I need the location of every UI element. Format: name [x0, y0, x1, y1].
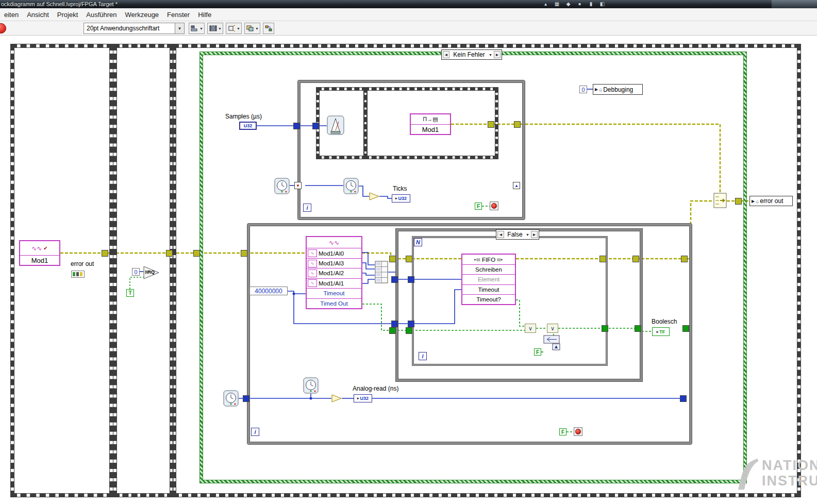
tunnel[interactable]: [635, 325, 641, 332]
tunnel[interactable]: [389, 327, 396, 334]
fifo-element-row[interactable]: Element: [462, 274, 515, 284]
chevron-down-icon[interactable]: ▼: [199, 27, 203, 30]
loop-timer-icon[interactable]: [274, 178, 290, 194]
or-gate[interactable]: ∨: [547, 324, 558, 333]
debug-constant[interactable]: 0: [579, 86, 587, 93]
tunnel[interactable]: [408, 321, 414, 327]
tray-icon[interactable]: ●: [576, 1, 583, 7]
fifo-timeout-row[interactable]: Timeout: [462, 284, 515, 294]
false-constant[interactable]: F: [475, 203, 482, 210]
tunnel[interactable]: [293, 123, 300, 129]
abort-button[interactable]: [0, 23, 6, 33]
tray-icon[interactable]: ▮: [588, 1, 594, 7]
case-prev-icon[interactable]: ◄: [497, 231, 504, 238]
menu-item-hilfe[interactable]: Hilfe: [194, 8, 215, 21]
menu-item-projekt[interactable]: Projekt: [53, 8, 82, 21]
or-gate[interactable]: ∨: [525, 324, 536, 333]
io-timed-out-row[interactable]: Timed Out: [307, 298, 361, 308]
merge-errors-node[interactable]: [713, 193, 727, 208]
coerce-triangle-icon[interactable]: [369, 192, 379, 200]
fifo-write-node[interactable]: ▸▤ FIFO ▤▸ Schreiben Element Timeout Tim…: [461, 254, 516, 305]
tray-icon[interactable]: ◆: [565, 1, 572, 7]
metronome-timer-icon[interactable]: [327, 115, 344, 135]
case-next-icon[interactable]: ►: [494, 51, 501, 58]
iteration-terminal[interactable]: i: [303, 204, 311, 212]
case-prev-icon[interactable]: ◄: [443, 51, 449, 58]
count-terminal[interactable]: N: [414, 238, 422, 246]
io-channel-row[interactable]: ∿ Mod1/AI1: [307, 278, 361, 288]
io-timeout-row[interactable]: Timeout: [307, 288, 361, 298]
align-objects-button[interactable]: ▼: [189, 23, 205, 34]
iteration-terminal[interactable]: i: [251, 428, 259, 436]
ticks-indicator-terminal[interactable]: ▸ U32: [392, 194, 410, 203]
menu-item-fenster[interactable]: Fenster: [163, 8, 194, 21]
chevron-down-icon[interactable]: ▼: [237, 27, 240, 30]
tunnel-up-arrow[interactable]: ▲: [513, 182, 520, 189]
block-diagram[interactable]: ∿∿ ✔ Mod1 error out 0 !IRQ T ◄ Kein Fehl…: [0, 35, 817, 504]
resize-objects-button[interactable]: ▼: [226, 23, 242, 34]
error-out-indicator[interactable]: ▶ ⌂ error out: [749, 196, 793, 206]
tunnel[interactable]: [735, 198, 742, 205]
cleanup-diagram-button[interactable]: [263, 23, 274, 34]
tunnel[interactable]: [488, 121, 494, 128]
analog-input-io-node[interactable]: ∿∿ ∿ Mod1/AI0 ∿ Mod1/AI3 ∿ Mod1/AI2 ∿ Mo…: [306, 236, 362, 309]
analog-read-indicator-terminal[interactable]: ▸ U32: [354, 394, 372, 402]
tunnel[interactable]: [312, 123, 319, 129]
sequence-frame-1[interactable]: [11, 44, 113, 497]
tunnel[interactable]: [514, 121, 521, 128]
io-channel-row[interactable]: ∿ Mod1/AI2: [307, 268, 361, 278]
case-next-icon[interactable]: ►: [531, 231, 538, 238]
iteration-terminal[interactable]: i: [419, 352, 427, 360]
tunnel[interactable]: [408, 276, 414, 283]
tunnel[interactable]: [599, 256, 606, 262]
tray-icon[interactable]: ▦: [554, 1, 560, 7]
debugging-indicator[interactable]: ▶ ⌂ Debbuging: [593, 84, 643, 95]
menu-item-ausfuehren[interactable]: Ausführen: [82, 8, 121, 21]
loop-condition-terminal[interactable]: [574, 427, 582, 436]
build-array-node[interactable]: [375, 261, 388, 283]
irq-constant[interactable]: 0: [132, 268, 140, 276]
timeout-constant[interactable]: 40000000: [249, 287, 288, 295]
chevron-down-icon[interactable]: ▼: [255, 27, 259, 30]
tunnel[interactable]: [389, 256, 396, 262]
tunnel[interactable]: [602, 325, 608, 332]
loop-timer-icon[interactable]: [303, 377, 319, 394]
samples-control-terminal[interactable]: U32: [239, 122, 257, 130]
boolesch-indicator-terminal[interactable]: ▸ TF: [652, 327, 670, 336]
tunnel[interactable]: [102, 250, 108, 257]
case-selector-kein-fehler[interactable]: ◄ Kein Fehler ▼ ►: [441, 49, 502, 60]
tunnel[interactable]: [391, 276, 398, 283]
chevron-down-icon[interactable]: ▼: [218, 27, 222, 30]
distribute-objects-button[interactable]: ▼: [207, 23, 223, 34]
error-cluster-constant[interactable]: [71, 271, 85, 278]
menu-item-werkzeuge[interactable]: Werkzeuge: [121, 8, 163, 21]
tray-icon[interactable]: ▴: [542, 1, 549, 7]
tunnel[interactable]: [391, 321, 398, 327]
tunnel[interactable]: [243, 395, 249, 402]
boolean-constant[interactable]: T: [126, 289, 134, 297]
fifo-timeout-q-row[interactable]: Timeout?: [462, 294, 515, 304]
tunnel[interactable]: [166, 250, 173, 257]
tunnel[interactable]: [681, 256, 688, 262]
tunnel[interactable]: [632, 256, 639, 262]
tray-icon[interactable]: ◧: [599, 1, 606, 7]
tunnel[interactable]: [682, 325, 689, 332]
io-channel-row[interactable]: ∿ Mod1/AI3: [307, 258, 361, 268]
chevron-down-icon[interactable]: ▼: [489, 53, 492, 57]
tunnel[interactable]: [680, 395, 687, 402]
tunnel[interactable]: [406, 327, 412, 334]
io-channel-row[interactable]: ∿ Mod1/AI0: [307, 248, 361, 258]
feedback-node[interactable]: [543, 335, 564, 350]
false-constant[interactable]: F: [559, 428, 566, 435]
fifo-method-row[interactable]: Schreiben: [462, 264, 515, 274]
menu-item-bearbeiten[interactable]: eiten: [0, 8, 23, 21]
fpga-io-node-mod1-seq[interactable]: Π→▤ Mod1: [410, 113, 451, 135]
loop-timer-icon[interactable]: [343, 178, 359, 194]
loop-timer-icon[interactable]: [223, 390, 239, 407]
fpga-io-node-mod1[interactable]: ∿∿ ✔ Mod1: [19, 240, 60, 266]
tunnel[interactable]: [241, 250, 247, 257]
chevron-down-icon[interactable]: ▼: [175, 23, 184, 33]
false-constant[interactable]: F: [534, 348, 541, 356]
tunnel[interactable]: [406, 256, 412, 262]
coerce-triangle-icon[interactable]: [331, 394, 342, 402]
